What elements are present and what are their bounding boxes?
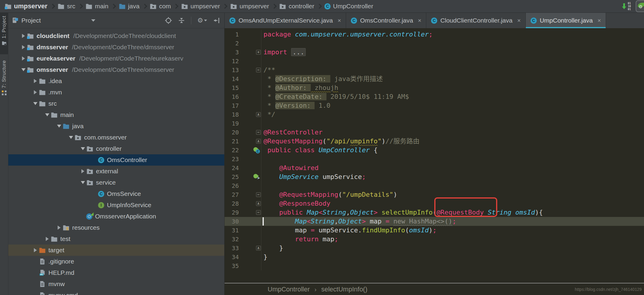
close-icon[interactable]: × bbox=[337, 17, 341, 24]
collapse-all-button[interactable] bbox=[178, 17, 185, 24]
code-text[interactable]: } bbox=[261, 244, 283, 253]
nav-breadcrumb-java[interactable]: java bbox=[117, 3, 141, 10]
fold-marker-icon[interactable]: − bbox=[256, 192, 261, 197]
code-text[interactable]: @RequestMapping("/api/umpinfo")//服务路由 bbox=[261, 137, 419, 146]
tree-item-eurekaserver[interactable]: eurekaserver/Development/CodeThree/eurek… bbox=[8, 53, 224, 64]
collapse-arrow-icon[interactable] bbox=[56, 125, 62, 128]
code-line-1[interactable]: 1package com.umpserver.umpserver.control… bbox=[225, 30, 644, 39]
collapse-arrow-icon[interactable] bbox=[44, 113, 50, 116]
close-icon[interactable]: × bbox=[517, 17, 521, 24]
code-text[interactable]: map = umpService.findUmpInfo(omsId); bbox=[261, 226, 437, 235]
tree-item-controller[interactable]: controller bbox=[8, 143, 224, 154]
tree-item-external[interactable]: external bbox=[8, 166, 224, 177]
tree-item-OmsService[interactable]: COmsService bbox=[8, 188, 224, 199]
code-line-22[interactable]: 22C public class UmpController { bbox=[225, 146, 644, 155]
stripe-button-1-project[interactable]: 1: Project bbox=[0, 13, 8, 54]
code-text[interactable]: public class UmpController { bbox=[261, 146, 378, 155]
spring-run-widget-icon[interactable]: ⚙ bbox=[636, 0, 644, 12]
code-editor[interactable]: 1package com.umpserver.umpserver.control… bbox=[225, 28, 644, 295]
expand-arrow-icon[interactable] bbox=[80, 169, 86, 173]
code-text[interactable]: Map<String,Object> map = new HashMap<>()… bbox=[261, 217, 456, 226]
close-icon[interactable]: × bbox=[597, 17, 601, 24]
code-line-12[interactable]: 12 bbox=[225, 57, 644, 66]
nav-breadcrumb-umpserver[interactable]: umpserver bbox=[228, 3, 270, 10]
breadcrumb-method[interactable]: selectUmpInfo() bbox=[321, 286, 367, 293]
tree-item-test[interactable]: test bbox=[8, 233, 224, 245]
code-line-14[interactable]: 14 * @Description: java类作用描述 bbox=[225, 74, 644, 83]
code-text[interactable]: public Map<String,Object> selectUmpInfo(… bbox=[261, 208, 543, 217]
collapse-arrow-icon[interactable] bbox=[68, 136, 74, 139]
expand-arrow-icon[interactable] bbox=[20, 45, 27, 49]
code-line-17[interactable]: 17 * @Version: 1.0 bbox=[225, 101, 644, 110]
tree-item-omsserver[interactable]: omsserver/Development/CodeThree/omsserve… bbox=[8, 64, 224, 75]
fold-marker-icon[interactable]: − bbox=[256, 130, 261, 135]
code-line-3[interactable]: 3+import ... bbox=[225, 48, 644, 57]
expand-arrow-icon[interactable] bbox=[32, 248, 39, 252]
tree-item-main[interactable]: main bbox=[8, 109, 224, 120]
code-text[interactable]: UmpService umpService; bbox=[261, 172, 366, 181]
tree-item-.mvn[interactable]: .mvn bbox=[8, 87, 224, 98]
tree-item-OmsserverApplication[interactable]: ⏻OmsserverApplication bbox=[8, 211, 224, 222]
code-text[interactable]: @RestController bbox=[261, 128, 323, 137]
close-icon[interactable]: × bbox=[418, 17, 422, 24]
expand-arrow-icon[interactable] bbox=[44, 237, 50, 241]
expand-arrow-icon[interactable] bbox=[32, 79, 39, 83]
nav-breadcrumb-umpserver[interactable]: umpserver bbox=[3, 2, 49, 10]
code-text[interactable]: @RequestMapping("/umpDetails") bbox=[261, 190, 397, 199]
collapse-arrow-icon[interactable] bbox=[20, 68, 27, 71]
settings-gear-button[interactable]: ⚙ bbox=[197, 17, 207, 24]
code-text[interactable]: @Autowired bbox=[261, 164, 318, 172]
code-text[interactable]: * @Version: 1.0 bbox=[261, 101, 330, 110]
code-line-15[interactable]: 15 * @Author: zhoujh bbox=[225, 83, 644, 92]
collapse-arrow-icon[interactable] bbox=[80, 181, 86, 184]
code-text[interactable]: } bbox=[261, 253, 267, 261]
code-line-34[interactable]: 34} bbox=[225, 253, 644, 261]
code-line-24[interactable]: 24 @Autowired bbox=[225, 164, 644, 172]
fold-marker-icon[interactable]: ∧ bbox=[256, 112, 261, 117]
code-line-18[interactable]: 18∧ */ bbox=[225, 110, 644, 119]
tree-item-mvnw.cmd[interactable]: mvnw.cmd bbox=[8, 290, 224, 295]
code-line-31[interactable]: 31 map = umpService.findUmpInfo(omsId); bbox=[225, 226, 644, 235]
nav-breadcrumb-src[interactable]: src bbox=[56, 3, 77, 10]
hide-panel-button[interactable] bbox=[213, 17, 220, 24]
collapse-arrow-icon[interactable] bbox=[80, 147, 86, 150]
locate-file-button[interactable] bbox=[165, 17, 172, 24]
tree-item-src[interactable]: src bbox=[8, 98, 224, 109]
tab-OmsAndUmpExternalService.java[interactable]: COmsAndUmpExternalService.java× bbox=[225, 13, 346, 28]
tree-item-UmpInfoService[interactable]: IUmpInfoService bbox=[8, 199, 224, 211]
expand-arrow-icon[interactable] bbox=[20, 34, 27, 38]
tree-item-dmsserver[interactable]: dmsserver/Development/CodeThree/dmsserve… bbox=[8, 42, 224, 53]
code-line-33[interactable]: 33∧ } bbox=[225, 244, 644, 253]
code-text[interactable]: import ... bbox=[261, 48, 306, 57]
code-text[interactable]: package com.umpserver.umpserver.controll… bbox=[261, 30, 433, 39]
code-line-29[interactable]: 29− public Map<String,Object> selectUmpI… bbox=[225, 208, 644, 217]
fold-marker-icon[interactable]: − bbox=[256, 210, 261, 215]
code-line-35[interactable]: 35 bbox=[225, 261, 644, 270]
code-text[interactable]: * @CreateDate: 2019/5/10$ 11:19 AM$ bbox=[261, 92, 409, 101]
tree-item-com.omsserver[interactable]: com.omsserver bbox=[8, 132, 224, 143]
code-line-26[interactable]: 26 bbox=[225, 181, 644, 190]
tree-item-HELP.md[interactable]: MDHELP.md bbox=[8, 267, 224, 278]
spring-bean-gutter-icon[interactable]: ➤ bbox=[253, 174, 260, 180]
code-text[interactable]: @ResponseBody bbox=[261, 199, 330, 208]
tab-CloudClientController.java[interactable]: CCloudClientController.java× bbox=[426, 13, 525, 28]
expand-arrow-icon[interactable] bbox=[56, 226, 62, 230]
code-text[interactable]: /** bbox=[261, 66, 275, 74]
tree-item-service[interactable]: service bbox=[8, 177, 224, 188]
tree-item-.gitignore[interactable]: .gitignore bbox=[8, 256, 224, 267]
tree-item-.idea[interactable]: .idea bbox=[8, 75, 224, 87]
expand-arrow-icon[interactable] bbox=[20, 56, 27, 61]
stripe-button-7-structure[interactable]: 7: Structure bbox=[0, 57, 8, 106]
expand-arrow-icon[interactable] bbox=[32, 90, 39, 94]
fold-marker-icon[interactable]: + bbox=[256, 50, 261, 55]
nav-breadcrumb-main[interactable]: main bbox=[84, 3, 110, 10]
code-text[interactable]: */ bbox=[261, 110, 275, 119]
fold-marker-icon[interactable]: ∧ bbox=[256, 246, 261, 250]
code-text[interactable]: * @Description: java类作用描述 bbox=[261, 74, 383, 83]
chevron-down-icon[interactable] bbox=[91, 19, 95, 22]
nav-breadcrumb-UmpController[interactable]: CUmpController bbox=[323, 3, 375, 10]
spring-controller-gutter-icon[interactable]: C bbox=[253, 147, 260, 153]
tree-item-java[interactable]: java bbox=[8, 120, 224, 132]
code-line-2[interactable]: 2 bbox=[225, 39, 644, 48]
tree-item-mvnw[interactable]: mvnw bbox=[8, 278, 224, 290]
